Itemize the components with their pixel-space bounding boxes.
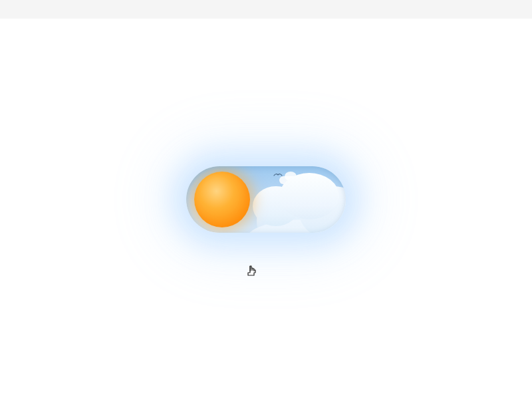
sun-icon xyxy=(194,172,250,227)
theme-toggle[interactable] xyxy=(186,166,346,233)
bird-icon xyxy=(273,173,283,177)
cursor-pointer-icon xyxy=(246,265,258,281)
cloud-large-icon xyxy=(246,180,346,233)
theme-toggle-container xyxy=(186,166,346,233)
window-chrome-bar xyxy=(0,0,532,19)
